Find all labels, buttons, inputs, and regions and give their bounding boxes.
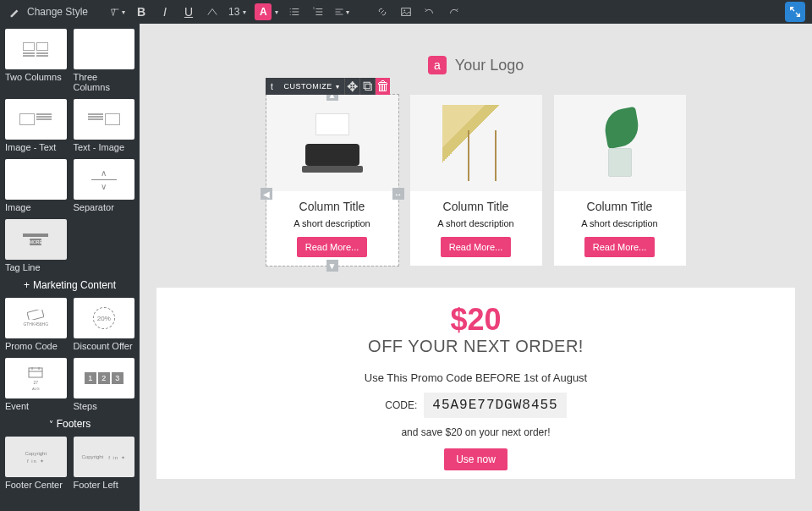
svg-rect-4	[29, 368, 42, 377]
promo-code-value[interactable]: 45A9E77DGW8455	[424, 393, 566, 418]
column-2[interactable]: Column Title A short description Read Mo…	[410, 95, 542, 266]
block-type-tab[interactable]: t	[266, 78, 279, 95]
column-description[interactable]: A short description	[275, 218, 390, 228]
handle-right-icon[interactable]: ↔	[392, 188, 404, 200]
block-separator[interactable]: ∧∨ Separator	[74, 159, 135, 212]
undo-icon[interactable]	[422, 4, 437, 19]
move-icon[interactable]: ✥	[344, 78, 359, 95]
underline-icon[interactable]: U	[181, 4, 196, 19]
code-label: CODE:	[385, 399, 417, 411]
logo-block[interactable]: a Your Logo	[156, 41, 795, 95]
read-more-button[interactable]: Read More...	[584, 237, 656, 257]
promo-amount: $20	[173, 305, 778, 335]
column-description[interactable]: A short description	[562, 218, 678, 228]
plant-image	[595, 109, 645, 177]
block-steps[interactable]: 123 Steps	[74, 358, 135, 411]
block-text-image[interactable]: Text - Image	[74, 99, 135, 152]
text-color-button[interactable]: A ▾	[255, 3, 278, 20]
promo-block[interactable]: $20 OFF YOUR NEXT ORDER! Use This Promo …	[156, 288, 795, 479]
link-icon[interactable]	[375, 4, 390, 19]
customize-button[interactable]: CUSTOMIZE ▾	[279, 78, 345, 95]
change-style-label: Change Style	[27, 6, 88, 18]
image-icon[interactable]	[398, 4, 414, 19]
block-image-text[interactable]: Image - Text	[5, 99, 67, 152]
column-image[interactable]	[266, 95, 398, 191]
fullscreen-button[interactable]	[785, 2, 805, 22]
customize-toolbar: t CUSTOMIZE ▾ ✥ ⧉ 🗑	[266, 78, 391, 95]
use-now-button[interactable]: Use now	[444, 448, 508, 470]
sidebar-section-marketing[interactable]: Marketing Content	[5, 272, 134, 298]
column-1[interactable]: t CUSTOMIZE ▾ ✥ ⧉ 🗑 ▲ ◀ ↔ ▼	[266, 95, 398, 266]
svg-text:1: 1	[313, 7, 315, 10]
promo-save-text: and save $20 on your next order!	[173, 426, 778, 438]
align-dropdown-icon[interactable]: ▾	[334, 4, 349, 19]
unordered-list-icon[interactable]	[287, 4, 302, 19]
editor-canvas[interactable]: a Your Logo t CUSTOMIZE ▾ ✥ ⧉ 🗑	[140, 24, 812, 511]
three-column-block: t CUSTOMIZE ▾ ✥ ⧉ 🗑 ▲ ◀ ↔ ▼	[156, 95, 795, 266]
column-description[interactable]: A short description	[419, 218, 534, 228]
block-discount-offer[interactable]: 20% Discount Offer	[74, 298, 135, 351]
column-image[interactable]	[554, 95, 686, 191]
duplicate-icon[interactable]: ⧉	[359, 78, 375, 95]
block-footer-center[interactable]: Copyrightf in ✦ Footer Center	[5, 437, 67, 490]
brush-icon	[7, 4, 22, 19]
column-3[interactable]: Column Title A short description Read Mo…	[554, 95, 686, 266]
block-promo-code[interactable]: GTHK456HG Promo Code	[5, 298, 67, 351]
chevron-down-icon: ▾	[336, 83, 340, 91]
read-more-button[interactable]: Read More...	[297, 237, 368, 257]
handle-down-icon[interactable]: ▼	[326, 260, 338, 272]
logo-text: Your Logo	[455, 57, 524, 74]
svg-rect-3	[27, 310, 44, 320]
column-title[interactable]: Column Title	[419, 200, 534, 213]
ordered-list-icon[interactable]: 1	[310, 4, 326, 19]
clear-format-icon[interactable]	[205, 4, 220, 19]
bold-icon[interactable]: B	[134, 4, 149, 19]
logo-mark: a	[428, 56, 447, 74]
read-more-button[interactable]: Read More...	[441, 237, 512, 257]
block-tag-line[interactable]: MORE Tag Line	[5, 219, 67, 272]
block-three-columns[interactable]: Three Columns	[74, 29, 135, 92]
block-event[interactable]: 27AUG Event	[5, 358, 67, 411]
style-dropdown-icon[interactable]: ▾	[110, 4, 125, 19]
block-image[interactable]: Image	[5, 159, 67, 212]
font-size-selector[interactable]: 13 ▾	[228, 6, 246, 18]
block-footer-left[interactable]: Copyrightf in ✦ Footer Left	[74, 437, 135, 490]
change-style-button[interactable]: Change Style	[7, 4, 88, 19]
column-image[interactable]	[410, 95, 542, 191]
column-title[interactable]: Column Title	[562, 200, 678, 213]
redo-icon[interactable]	[446, 4, 461, 19]
sidebar-section-footers[interactable]: Footers	[5, 411, 134, 437]
handle-left-icon[interactable]: ◀	[261, 188, 272, 200]
promo-subtitle: OFF YOUR NEXT ORDER!	[173, 337, 778, 356]
column-title[interactable]: Column Title	[275, 200, 390, 213]
promo-instruction: Use This Promo Code BEFORE 1st of August	[173, 371, 778, 384]
font-size-value: 13	[228, 6, 239, 18]
text-color-swatch: A	[255, 3, 272, 20]
block-sidebar: Two Columns Three Columns Image - Text T…	[0, 24, 140, 511]
svg-point-2	[404, 9, 406, 11]
italic-icon[interactable]: I	[157, 4, 173, 19]
chair-image	[442, 105, 510, 181]
typewriter-image	[299, 113, 366, 173]
delete-icon[interactable]: 🗑	[375, 78, 390, 95]
block-two-columns[interactable]: Two Columns	[5, 29, 67, 92]
top-toolbar: Change Style ▾ B I U 13 ▾ A ▾ 1 ▾	[0, 0, 812, 24]
